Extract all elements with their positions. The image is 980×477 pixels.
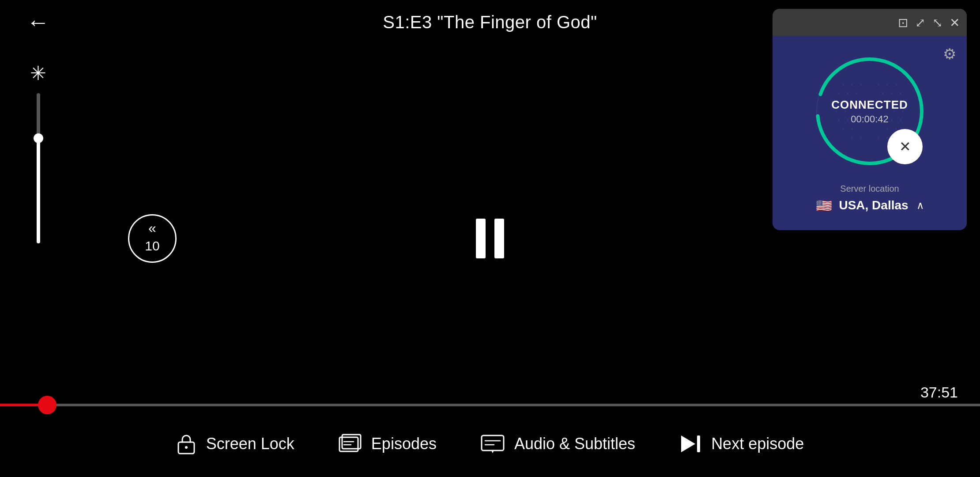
svg-point-18	[838, 93, 840, 95]
audio-subtitles-label: Audio & Subtitles	[514, 435, 635, 453]
svg-point-38	[886, 128, 888, 130]
episodes-label: Episodes	[371, 435, 437, 453]
screen-lock-control[interactable]: Screen Lock	[176, 432, 294, 455]
brightness-icon: ✳	[30, 62, 46, 84]
vpn-connected-label: CONNECTED	[831, 98, 908, 112]
episodes-icon	[339, 434, 362, 454]
svg-point-41	[860, 137, 862, 139]
audio-subtitles-icon	[481, 434, 505, 454]
svg-marker-9	[681, 435, 695, 452]
next-episode-icon	[679, 434, 701, 454]
episode-title: S1:E3 "The Finger of God"	[383, 12, 597, 32]
rewind-arrows-icon: «	[148, 221, 156, 235]
svg-point-23	[900, 93, 901, 95]
brightness-thumb	[34, 133, 43, 143]
svg-point-15	[878, 84, 879, 86]
brightness-control: ✳	[30, 62, 46, 243]
svg-rect-10	[697, 435, 700, 452]
svg-point-37	[851, 128, 853, 130]
screen-lock-icon	[176, 432, 196, 455]
vpn-connection-circle: CONNECTED 00:00:42 ✕	[808, 49, 931, 173]
brightness-slider[interactable]	[37, 93, 40, 243]
vpn-resize-icon-2[interactable]: ⤢	[915, 15, 925, 30]
country-flag-icon: 🇺🇸	[815, 197, 833, 214]
svg-point-13	[851, 84, 853, 86]
vpn-title-bar: ⊡ ⤢ ⤡ ✕	[773, 9, 967, 36]
svg-point-43	[886, 137, 888, 139]
vpn-status-text: CONNECTED 00:00:42	[831, 98, 908, 125]
svg-point-21	[882, 93, 884, 95]
back-button[interactable]: ←	[26, 9, 49, 35]
pause-button[interactable]	[476, 219, 504, 258]
svg-point-40	[851, 137, 853, 139]
svg-point-22	[891, 93, 893, 95]
svg-point-36	[842, 128, 844, 130]
pause-bar-left	[476, 219, 486, 258]
rewind-seconds-label: 10	[145, 238, 159, 254]
vpn-expand-icon[interactable]: ⤡	[932, 15, 942, 30]
svg-point-17	[895, 84, 897, 86]
svg-point-12	[842, 84, 844, 86]
progress-bar[interactable]	[0, 404, 980, 406]
svg-point-20	[856, 93, 857, 95]
svg-point-16	[886, 84, 888, 86]
chevron-up-icon: ∧	[916, 199, 924, 212]
time-remaining: 37:51	[920, 384, 958, 401]
svg-point-19	[847, 93, 848, 95]
next-episode-label: Next episode	[711, 435, 804, 453]
svg-point-1	[185, 446, 188, 449]
vpn-overlay: ⊡ ⤢ ⤡ ✕ ⚙	[773, 9, 967, 230]
audio-subtitles-control[interactable]: Audio & Subtitles	[481, 434, 635, 454]
bottom-controls: Screen Lock Episodes Audio & Subtitles	[0, 411, 980, 477]
vpn-disconnect-button[interactable]: ✕	[887, 129, 923, 164]
screen-lock-label: Screen Lock	[206, 435, 294, 453]
rewind-button[interactable]: « 10	[128, 214, 177, 263]
server-location-value[interactable]: 🇺🇸 USA, Dallas ∧	[786, 197, 954, 214]
vpn-server-section: Server location 🇺🇸 USA, Dallas ∧	[786, 184, 954, 214]
server-name-label: USA, Dallas	[839, 198, 908, 212]
vpn-close-icon[interactable]: ✕	[950, 15, 960, 30]
pause-bar-right	[494, 219, 504, 258]
vpn-resize-icon-1[interactable]: ⊡	[898, 15, 908, 30]
vpn-body: ⚙	[773, 36, 967, 230]
next-episode-control[interactable]: Next episode	[679, 434, 804, 454]
svg-point-42	[878, 137, 879, 139]
server-location-label: Server location	[786, 184, 954, 194]
svg-rect-6	[482, 435, 504, 450]
vpn-settings-icon[interactable]: ⚙	[943, 45, 956, 63]
svg-point-14	[860, 84, 862, 86]
episodes-control[interactable]: Episodes	[339, 434, 437, 454]
svg-point-39	[895, 128, 897, 130]
vpn-timer: 00:00:42	[831, 114, 908, 125]
brightness-fill	[37, 138, 40, 243]
